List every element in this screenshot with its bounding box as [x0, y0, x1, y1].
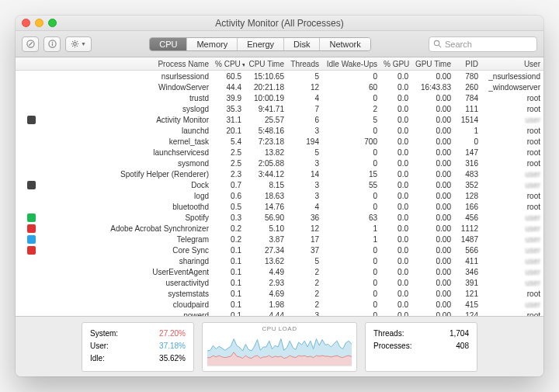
- table-row[interactable]: bluetoothd0.514.76400.00.00166root: [16, 201, 543, 212]
- table-row[interactable]: launchservicesd2.513.82500.00.00147root: [16, 147, 543, 158]
- cell-threads: 2: [287, 279, 322, 287]
- cell-cpu: 39.9: [212, 94, 245, 102]
- table-row[interactable]: launchd20.15:48.16300.00.001root: [16, 125, 543, 136]
- tab-memory[interactable]: Memory: [187, 38, 238, 50]
- col-gpu[interactable]: % GPU: [380, 60, 411, 68]
- table-row[interactable]: UserEventAgent0.14.49200.00.00346user: [16, 266, 543, 277]
- stop-process-button[interactable]: [22, 36, 39, 52]
- table-row[interactable]: trustd39.910:00.19400.00.00784root: [16, 92, 543, 103]
- col-pid[interactable]: PID: [454, 60, 481, 68]
- cell-user: _nsurlsessiond: [481, 72, 543, 81]
- user-label: User:: [90, 340, 109, 352]
- cell-cpu: 44.4: [212, 83, 245, 92]
- cell-user: root: [481, 137, 543, 146]
- app-icon: [27, 224, 36, 233]
- cell-gpu: 0.0: [380, 224, 411, 233]
- cell-threads: 17: [287, 235, 322, 244]
- cpu-summary-footer: System:27.20% User:37.18% Idle:35.62% CP…: [16, 316, 543, 376]
- cell-cpu: 60.5: [212, 72, 245, 81]
- table-row[interactable]: Telegram0.23.871710.00.001487user: [16, 234, 543, 245]
- cell-pid: 780: [454, 72, 481, 81]
- table-row[interactable]: cloudpaird0.11.98200.00.00415user: [16, 299, 543, 310]
- counts-panel: Threads:1,704 Processes:408: [365, 322, 477, 372]
- cell-idle: 5: [322, 116, 380, 124]
- cell-time: 4.69: [245, 290, 287, 298]
- cell-name: powerd: [16, 311, 212, 317]
- tab-energy[interactable]: Energy: [238, 38, 284, 50]
- inspect-process-button[interactable]: [43, 36, 61, 52]
- col-user[interactable]: User: [481, 60, 543, 68]
- table-row[interactable]: logd0.618.63300.00.00128root: [16, 190, 543, 201]
- col-threads[interactable]: Threads: [287, 60, 322, 68]
- cell-time: 56.90: [245, 213, 287, 222]
- cell-pid: 0: [454, 137, 481, 146]
- table-row[interactable]: sharingd0.113.62500.00.00411user: [16, 255, 543, 266]
- app-icon: [27, 181, 36, 189]
- cell-idle: 0: [322, 94, 380, 102]
- processes-value: 408: [456, 340, 469, 352]
- cell-gpu: 0.0: [380, 311, 411, 317]
- search-input[interactable]: Search: [429, 36, 537, 52]
- table-row[interactable]: nsurlsessiond60.515:10.65500.00.00780_ns…: [16, 71, 543, 82]
- table-row[interactable]: systemstats0.14.69200.00.00121root: [16, 288, 543, 299]
- minimize-button[interactable]: [35, 19, 43, 27]
- table-row[interactable]: kernel_task5.47:23.181947000.00.000root: [16, 136, 543, 147]
- options-button[interactable]: ▼: [65, 36, 92, 52]
- cell-threads: 7: [287, 105, 322, 113]
- cell-time: 18.63: [245, 192, 287, 200]
- cell-cpu: 0.2: [212, 224, 245, 233]
- tab-disk[interactable]: Disk: [284, 38, 320, 50]
- table-row[interactable]: Adobe Acrobat Synchronizer0.25.101210.00…: [16, 223, 543, 234]
- cell-user: root: [481, 311, 543, 317]
- cell-time: 20:21.18: [245, 83, 287, 92]
- cell-gpu: 0.0: [380, 246, 411, 255]
- col-gpu-time[interactable]: GPU Time: [411, 60, 454, 68]
- cell-idle: 2: [322, 105, 380, 113]
- cell-pid: 316: [454, 159, 481, 168]
- table-row[interactable]: powerd0.14.44300.00.00124root: [16, 310, 543, 316]
- cell-cpu: 2.5: [212, 148, 245, 157]
- table-row[interactable]: Spotify0.356.9036630.00.00456user: [16, 212, 543, 223]
- titlebar[interactable]: Activity Monitor (All Processes): [16, 16, 543, 31]
- zoom-button[interactable]: [48, 19, 57, 27]
- cell-time: 27.34: [245, 246, 287, 255]
- process-table: Process Name % CPU CPU Time Threads Idle…: [16, 57, 543, 316]
- table-row[interactable]: WindowServer44.420:21.1812600.016:43.832…: [16, 82, 543, 92]
- col-cpu[interactable]: % CPU: [212, 60, 245, 68]
- table-row[interactable]: sysmond2.52:05.88300.00.00316root: [16, 158, 543, 168]
- table-row[interactable]: Dock0.78.153550.00.00352user: [16, 179, 543, 190]
- cell-cpu: 35.3: [212, 105, 245, 113]
- gear-icon: [71, 40, 79, 48]
- table-header[interactable]: Process Name % CPU CPU Time Threads Idle…: [16, 57, 543, 71]
- col-cpu-time[interactable]: CPU Time: [245, 60, 287, 68]
- cell-idle: 0: [322, 268, 380, 276]
- cell-cpu: 0.1: [212, 268, 245, 276]
- col-process-name[interactable]: Process Name: [16, 60, 212, 68]
- cell-user: user: [481, 268, 543, 276]
- col-idle-wakeups[interactable]: Idle Wake-Ups: [322, 60, 380, 68]
- cell-threads: 5: [287, 148, 322, 157]
- table-row[interactable]: syslogd35.39:41.71720.00.00111root: [16, 103, 543, 114]
- tab-cpu[interactable]: CPU: [150, 38, 187, 50]
- cell-pid: 1514: [454, 116, 481, 124]
- table-row[interactable]: Spotify Helper (Renderer)2.33:44.1214150…: [16, 168, 543, 179]
- svg-line-13: [72, 46, 73, 47]
- cell-user: root: [481, 203, 543, 211]
- cell-name: WindowServer: [16, 83, 212, 92]
- app-icon: [27, 116, 36, 124]
- cell-pid: 1487: [454, 235, 481, 244]
- cell-gpu: 0.0: [380, 137, 411, 146]
- table-row[interactable]: useractivityd0.12.93200.00.00391user: [16, 277, 543, 288]
- table-row[interactable]: Activity Monitor31.125.57650.00.001514us…: [16, 114, 543, 125]
- tab-network[interactable]: Network: [320, 38, 370, 50]
- cell-gtime: 0.00: [411, 290, 454, 298]
- cell-name: Spotify: [16, 213, 212, 222]
- cell-idle: 0: [322, 148, 380, 157]
- table-body[interactable]: nsurlsessiond60.515:10.65500.00.00780_ns…: [16, 71, 543, 316]
- svg-line-12: [77, 41, 78, 42]
- system-label: System:: [90, 328, 118, 340]
- cell-cpu: 0.2: [212, 235, 245, 244]
- cell-threads: 5: [287, 257, 322, 265]
- table-row[interactable]: Core Sync0.127.343700.00.00566user: [16, 245, 543, 255]
- close-button[interactable]: [22, 19, 30, 27]
